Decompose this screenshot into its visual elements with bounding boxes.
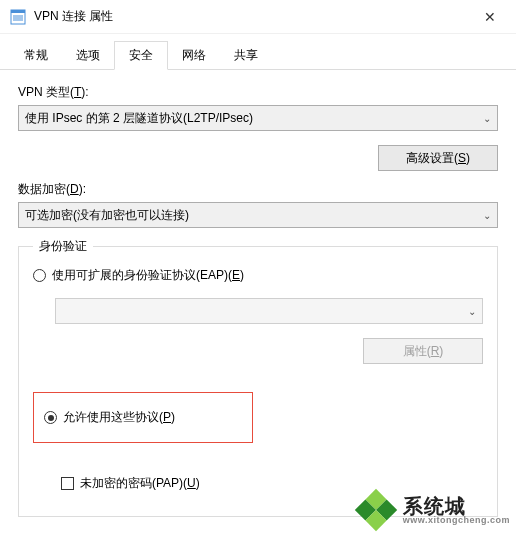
- allow-protocols-radio-row[interactable]: 允许使用这些协议(P): [44, 409, 242, 426]
- eap-properties-button: 属性(R): [363, 338, 483, 364]
- encryption-label: 数据加密(D):: [18, 181, 498, 198]
- tab-sharing[interactable]: 共享: [220, 42, 272, 69]
- advanced-settings-button[interactable]: 高级设置(S): [378, 145, 498, 171]
- eap-label: 使用可扩展的身份验证协议(EAP)(E): [52, 267, 244, 284]
- pap-label: 未加密的密码(PAP)(U): [80, 475, 200, 492]
- app-icon: [10, 9, 26, 25]
- properties-window: VPN 连接 属性 ✕ 常规 选项 安全 网络 共享 VPN 类型(T): 使用…: [0, 0, 516, 543]
- tab-general[interactable]: 常规: [10, 42, 62, 69]
- tab-options[interactable]: 选项: [62, 42, 114, 69]
- pap-checkbox[interactable]: [61, 477, 74, 490]
- encryption-select[interactable]: 可选加密(没有加密也可以连接) ⌄: [18, 202, 498, 228]
- highlight-box: 允许使用这些协议(P): [33, 392, 253, 443]
- encryption-value: 可选加密(没有加密也可以连接): [25, 207, 189, 224]
- titlebar: VPN 连接 属性 ✕: [0, 0, 516, 34]
- eap-method-select: ⌄: [55, 298, 483, 324]
- auth-group: 身份验证 使用可扩展的身份验证协议(EAP)(E) ⌄ 属性(R): [18, 246, 498, 517]
- chevron-down-icon: ⌄: [483, 210, 491, 221]
- vpn-type-label: VPN 类型(T):: [18, 84, 498, 101]
- tab-network[interactable]: 网络: [168, 42, 220, 69]
- security-panel: VPN 类型(T): 使用 IPsec 的第 2 层隧道协议(L2TP/IPse…: [0, 70, 516, 517]
- eap-radio-row[interactable]: 使用可扩展的身份验证协议(EAP)(E): [33, 267, 483, 284]
- svg-rect-1: [11, 10, 25, 13]
- eap-radio[interactable]: [33, 269, 46, 282]
- tab-bar: 常规 选项 安全 网络 共享: [0, 40, 516, 70]
- chevron-down-icon: ⌄: [468, 306, 476, 317]
- close-button[interactable]: ✕: [468, 2, 512, 32]
- allow-protocols-label: 允许使用这些协议(P): [63, 409, 175, 426]
- tab-security[interactable]: 安全: [114, 41, 168, 70]
- chevron-down-icon: ⌄: [483, 113, 491, 124]
- window-title: VPN 连接 属性: [34, 8, 468, 25]
- vpn-type-value: 使用 IPsec 的第 2 层隧道协议(L2TP/IPsec): [25, 110, 253, 127]
- auth-legend: 身份验证: [33, 238, 93, 255]
- pap-checkbox-row[interactable]: 未加密的密码(PAP)(U): [61, 475, 483, 492]
- vpn-type-select[interactable]: 使用 IPsec 的第 2 层隧道协议(L2TP/IPsec) ⌄: [18, 105, 498, 131]
- allow-protocols-radio[interactable]: [44, 411, 57, 424]
